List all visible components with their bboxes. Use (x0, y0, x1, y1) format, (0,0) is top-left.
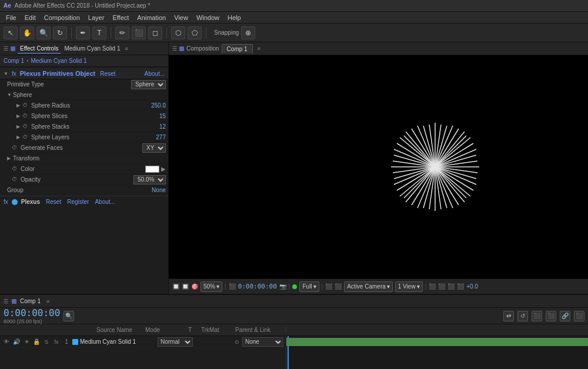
selection-tool[interactable]: ↖ (4, 26, 18, 39)
roto-tool[interactable]: ⬡ (171, 26, 185, 39)
sphere-layers-twist[interactable] (16, 135, 22, 140)
sphere-slices-value[interactable]: 15 (159, 113, 166, 119)
fx-about-link[interactable]: About... (145, 71, 165, 77)
opacity-dropdown[interactable]: 50.0% (133, 175, 166, 184)
sphere-slices-twist[interactable] (16, 113, 22, 119)
menu-layer[interactable]: Layer (85, 13, 108, 22)
comp-snap-icon[interactable]: 📷 (279, 283, 286, 290)
panel-expand-icon[interactable]: ≡ (125, 46, 128, 52)
brush-tool[interactable]: ✏ (115, 26, 129, 39)
sphere-radius-value[interactable]: 250.0 (151, 102, 166, 109)
tl-tab[interactable]: Comp 1 (20, 298, 41, 304)
tl-btn-6[interactable]: ⬛ (574, 311, 584, 321)
sphere-layers-value[interactable]: 277 (156, 134, 166, 140)
comp-tool-1[interactable]: 🔲 (172, 283, 179, 290)
text-tool[interactable]: T (92, 26, 106, 39)
comp-tool-8[interactable]: ⬛ (447, 283, 455, 290)
tl-menu-icon[interactable]: ☰ (4, 298, 8, 304)
generate-faces-dropdown[interactable]: XY XZ YZ (142, 143, 166, 153)
menu-file[interactable]: File (2, 13, 20, 22)
comp-canvas[interactable] (169, 55, 588, 279)
layer-solo-toggle[interactable]: ☀ (22, 338, 31, 346)
comp-tool-5[interactable]: ⬛ (335, 283, 342, 290)
sphere-stacks-stopwatch[interactable]: ⏱ (22, 123, 29, 130)
color-stopwatch[interactable]: ⏱ (12, 166, 19, 173)
tl-search-btn[interactable]: 🔍 (64, 311, 74, 321)
color-arrow-icon[interactable]: ▶ (161, 166, 166, 172)
menu-edit[interactable]: Edit (21, 13, 39, 22)
panel-menu-icon[interactable]: ☰ (4, 46, 8, 52)
comp-tool-9[interactable]: ⬛ (457, 283, 464, 290)
full-quality-dropdown-icon[interactable]: ▾ (313, 283, 316, 290)
layer-audio-toggle[interactable]: 🔊 (12, 338, 21, 346)
breadcrumb-layer[interactable]: Medium Cyan Solid 1 (31, 58, 87, 64)
comp-tool-2[interactable]: 🔲 (182, 283, 189, 290)
puppet-tool[interactable]: ⬠ (188, 26, 202, 39)
comp-tool-3[interactable]: 🎯 (191, 283, 198, 290)
generate-faces-stopwatch[interactable]: ⏱ (12, 145, 19, 152)
plexus-about-link[interactable]: About... (95, 199, 115, 205)
primitive-type-dropdown[interactable]: Sphere (131, 80, 166, 89)
camera-control[interactable]: Active Camera ▾ (344, 281, 393, 292)
comp-tool-7[interactable]: ⬛ (438, 283, 445, 290)
sphere-twist[interactable] (7, 92, 13, 98)
zoom-tool[interactable]: 🔍 (36, 26, 51, 39)
rotate-tool[interactable]: ↻ (53, 26, 67, 39)
tl-btn-2[interactable]: ↺ (517, 311, 528, 321)
full-quality-control[interactable]: Full ▾ (299, 281, 319, 292)
sphere-stacks-value[interactable]: 12 (159, 123, 166, 130)
breadcrumb-comp[interactable]: Comp 1 (4, 58, 24, 64)
tl-layer-bar[interactable] (286, 338, 588, 346)
sphere-slices-stopwatch[interactable]: ⏱ (22, 113, 29, 120)
effect-controls-tab[interactable]: Effect Controls (18, 44, 61, 53)
view-dropdown-icon[interactable]: ▾ (417, 283, 420, 290)
menu-help[interactable]: Help (224, 13, 245, 22)
comp-camera-icon[interactable]: ⬛ (229, 283, 236, 290)
pen-tool[interactable]: ✒ (76, 26, 90, 39)
comp-tab[interactable]: Comp 1 (222, 44, 253, 53)
plexus-reset-link[interactable]: Reset (46, 199, 61, 205)
menu-effect[interactable]: Effect (109, 13, 132, 22)
comp-tool-4[interactable]: ⬛ (325, 283, 332, 290)
time-display-comp[interactable]: 0:00:00:00 (238, 283, 277, 290)
menu-view[interactable]: View (171, 13, 192, 22)
layer-effects-toggle[interactable]: fx (52, 338, 61, 346)
view-control[interactable]: 1 View ▾ (395, 281, 423, 292)
layer-lock-toggle[interactable]: 🔒 (32, 338, 41, 346)
comp-menu-icon[interactable]: ☰ (172, 46, 177, 52)
comp-expand-icon[interactable]: ≡ (258, 46, 260, 52)
tl-expand-icon[interactable]: ≡ (46, 298, 49, 304)
layer-parent-select[interactable]: None (242, 337, 283, 347)
layer-vis-toggle[interactable]: 👁 (2, 338, 11, 346)
zoom-dropdown-icon[interactable]: ▾ (216, 283, 219, 290)
camera-dropdown-icon[interactable]: ▾ (387, 283, 390, 290)
sphere-radius-twist[interactable] (16, 103, 22, 108)
sphere-stacks-twist[interactable] (16, 124, 22, 129)
opacity-stopwatch[interactable]: ⏱ (12, 176, 19, 183)
menu-animation[interactable]: Animation (133, 13, 169, 22)
tl-btn-3[interactable]: ⬛ (532, 311, 542, 321)
layer-color-swatch[interactable] (72, 339, 78, 345)
tl-btn-4[interactable]: ⬛ (546, 311, 556, 321)
sphere-radius-stopwatch[interactable]: ⏱ (22, 102, 29, 109)
transform-twist[interactable] (7, 156, 13, 161)
sphere-layers-stopwatch[interactable]: ⏱ (22, 134, 29, 141)
menu-window[interactable]: Window (193, 13, 223, 22)
layer-mode-select[interactable]: Normal Add Multiply (158, 337, 193, 347)
color-swatch[interactable] (145, 166, 159, 173)
tl-right-bars[interactable] (286, 336, 588, 369)
zoom-control[interactable]: 50% ▾ (201, 281, 222, 292)
stamp-tool[interactable]: ⬛ (132, 26, 146, 39)
snapping-toggle[interactable]: ⊕ (241, 26, 255, 39)
layer-shy-toggle[interactable]: S (42, 338, 51, 346)
tl-btn-1[interactable]: ⇄ (503, 311, 514, 321)
comp-tool-6[interactable]: ⬛ (429, 283, 436, 290)
timeline-time-display[interactable]: 0:00:00:00 (4, 307, 60, 318)
tl-btn-5[interactable]: 🔗 (560, 311, 570, 321)
fx-reset-link[interactable]: Reset (100, 71, 115, 77)
eraser-tool[interactable]: ◻ (148, 26, 162, 39)
hand-tool[interactable]: ✋ (20, 26, 34, 39)
fx-twist-arrow[interactable] (4, 71, 9, 76)
menu-composition[interactable]: Composition (41, 13, 83, 22)
plexus-register-link[interactable]: Register (67, 199, 89, 205)
